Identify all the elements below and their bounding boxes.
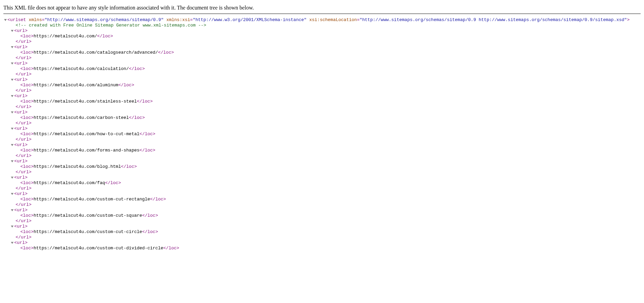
url-close: </url> [3, 153, 641, 159]
url-open[interactable]: <url> [3, 77, 641, 83]
url-close: </url> [3, 202, 641, 208]
url-tag-open: <url> [14, 191, 27, 196]
loc-value: https://metalscut4u.com/blog.html [34, 164, 121, 169]
loc-tag-close: </loc> [163, 246, 179, 251]
chevron-down-icon[interactable] [11, 144, 14, 146]
loc-line: <loc>https://metalscut4u.com/stainless-s… [3, 99, 641, 104]
chevron-down-icon[interactable] [11, 242, 14, 244]
chevron-down-icon[interactable] [11, 193, 14, 195]
url-open[interactable]: <url> [3, 126, 641, 131]
url-open[interactable]: <url> [3, 61, 641, 66]
chevron-down-icon[interactable] [11, 128, 14, 130]
url-tag-open: <url> [14, 61, 27, 66]
loc-tag-close: </loc> [97, 34, 113, 39]
url-tag-open: <url> [14, 28, 27, 33]
url-tag-open: <url> [14, 93, 27, 99]
loc-tag-close: </loc> [139, 148, 155, 153]
loc-value: https://metalscut4u.com/custom-cut-squar… [34, 213, 142, 218]
loc-line: <loc>https://metalscut4u.com/custom-cut-… [3, 246, 641, 251]
loc-value: https://metalscut4u.com/custom-cut-divid… [34, 246, 163, 251]
url-close: </url> [3, 186, 641, 191]
loc-line: <loc>https://metalscut4u.com/how-to-cut-… [3, 131, 641, 137]
loc-line: <loc>https://metalscut4u.com/carbon-stee… [3, 115, 641, 121]
loc-tag-close: </loc> [142, 229, 158, 234]
loc-tag-open: <loc> [20, 213, 34, 218]
loc-tag-open: <loc> [20, 197, 34, 202]
loc-tag-close: </loc> [158, 50, 174, 55]
loc-value: https://metalscut4u.com/catalogsearch/ad… [34, 50, 158, 55]
chevron-down-icon[interactable] [11, 111, 14, 113]
url-tag-open: <url> [14, 142, 27, 147]
chevron-down-icon[interactable] [11, 95, 14, 97]
loc-tag-open: <loc> [20, 229, 34, 234]
loc-value: https://metalscut4u.com/stainless-steel [34, 99, 137, 104]
url-tag-open: <url> [14, 77, 27, 82]
loc-line: <loc>https://metalscut4u.com/forms-and-s… [3, 148, 641, 153]
chevron-down-icon[interactable] [11, 160, 14, 162]
loc-value: https://metalscut4u.com/forms-and-shapes [34, 148, 139, 153]
url-tag-open: <url> [14, 224, 27, 229]
url-open[interactable]: <url> [3, 224, 641, 229]
url-close: </url> [3, 235, 641, 240]
loc-tag-open: <loc> [20, 246, 34, 251]
loc-tag-close: </loc> [121, 164, 137, 169]
loc-tag-close: </loc> [129, 115, 145, 120]
xml-no-style-message: This XML file does not appear to have an… [3, 3, 641, 14]
divider [3, 14, 641, 14]
loc-tag-open: <loc> [20, 99, 34, 104]
chevron-down-icon[interactable] [11, 226, 14, 228]
url-tag-open: <url> [14, 159, 27, 164]
loc-tag-open: <loc> [20, 66, 34, 71]
loc-line: <loc>https://metalscut4u.com/custom-cut-… [3, 229, 641, 235]
url-open[interactable]: <url> [3, 93, 641, 99]
url-open[interactable]: <url> [3, 175, 641, 180]
loc-line: <loc>https://metalscut4u.com/calculation… [3, 66, 641, 72]
url-open[interactable]: <url> [3, 208, 641, 213]
url-list: <url><loc>https://metalscut4u.com/</loc>… [3, 28, 641, 251]
chevron-down-icon[interactable] [11, 30, 14, 32]
loc-value: https://metalscut4u.com/calculation/ [34, 66, 129, 71]
loc-value: https://metalscut4u.com/custom-cut-circl… [34, 229, 142, 234]
url-close: </url> [3, 55, 641, 61]
url-tag-open: <url> [14, 240, 27, 245]
xml-comment: <!-- created with Free Online Sitemap Ge… [3, 23, 641, 28]
urlset-open[interactable]: <urlset xmlns="http://www.sitemaps.org/s… [3, 17, 641, 23]
loc-tag-close: </loc> [150, 197, 166, 202]
loc-line: <loc>https://metalscut4u.com/custom-cut-… [3, 213, 641, 218]
url-tag-open: <url> [14, 44, 27, 50]
loc-tag-open: <loc> [20, 180, 34, 185]
loc-value: https://metalscut4u.com/ [34, 34, 97, 39]
url-tag-open: <url> [14, 110, 27, 115]
chevron-down-icon[interactable] [11, 63, 14, 65]
loc-tag-open: <loc> [20, 50, 34, 55]
loc-tag-close: </loc> [129, 66, 145, 71]
chevron-down-icon[interactable] [11, 177, 14, 179]
loc-line: <loc>https://metalscut4u.com/</loc> [3, 34, 641, 39]
loc-tag-close: </loc> [142, 213, 158, 218]
chevron-down-icon[interactable] [11, 209, 14, 211]
url-open[interactable]: <url> [3, 191, 641, 197]
url-open[interactable]: <url> [3, 142, 641, 148]
loc-line: <loc>https://metalscut4u.com/catalogsear… [3, 50, 641, 55]
url-open[interactable]: <url> [3, 159, 641, 164]
loc-value: https://metalscut4u.com/aluminum [34, 83, 118, 88]
loc-tag-open: <loc> [20, 164, 34, 169]
url-close: </url> [3, 170, 641, 175]
loc-tag-open: <loc> [20, 115, 34, 120]
url-open[interactable]: <url> [3, 110, 641, 115]
url-open[interactable]: <url> [3, 44, 641, 50]
url-open[interactable]: <url> [3, 28, 641, 34]
url-close: </url> [3, 137, 641, 142]
chevron-down-icon[interactable] [11, 46, 14, 48]
url-close: </url> [3, 121, 641, 126]
url-open[interactable]: <url> [3, 240, 641, 246]
loc-line: <loc>https://metalscut4u.com/faq</loc> [3, 180, 641, 186]
loc-value: https://metalscut4u.com/custom-cut-recta… [34, 197, 150, 202]
loc-tag-close: </loc> [137, 99, 153, 104]
loc-tag-open: <loc> [20, 83, 34, 88]
chevron-down-icon[interactable] [11, 79, 14, 81]
loc-tag-close: </loc> [118, 83, 134, 88]
loc-line: <loc>https://metalscut4u.com/custom-cut-… [3, 197, 641, 202]
chevron-down-icon[interactable] [4, 19, 7, 21]
url-tag-open: <url> [14, 126, 27, 131]
